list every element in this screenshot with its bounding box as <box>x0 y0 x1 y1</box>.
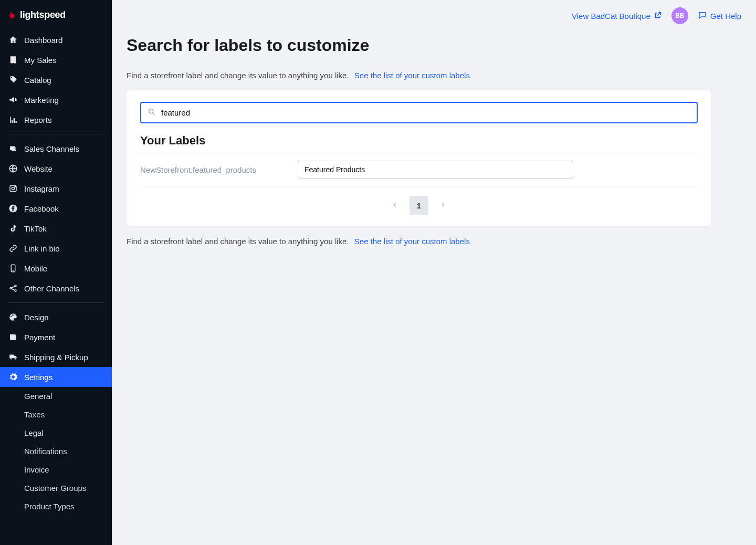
nav-reports[interactable]: Reports <box>0 110 112 130</box>
nav-label: Marketing <box>24 96 59 104</box>
nav-label: Shipping & Pickup <box>24 353 88 362</box>
nav-design[interactable]: Design <box>0 307 112 327</box>
sidebar: lightspeed Dashboard My Sales Catalog Ma… <box>0 0 112 545</box>
nav-label: Sales Channels <box>24 144 79 153</box>
hint-text: Find a storefront label and change its v… <box>127 237 349 246</box>
chevron-left-icon <box>391 201 398 210</box>
nav-instagram[interactable]: Instagram <box>0 179 112 198</box>
nav-my-sales[interactable]: My Sales <box>0 50 112 70</box>
nav-label: TikTok <box>24 224 47 233</box>
nav-sales-channels[interactable]: Sales Channels <box>0 139 112 159</box>
nav-divider <box>8 134 103 134</box>
nav-marketing[interactable]: Marketing <box>0 90 112 110</box>
nav-mobile[interactable]: Mobile <box>0 258 112 278</box>
external-link-icon <box>654 11 662 21</box>
nav-facebook[interactable]: Facebook <box>0 198 112 218</box>
globe-icon <box>8 164 18 173</box>
brand-name: lightspeed <box>20 9 66 20</box>
settings-subnav: General Taxes Legal Notifications Invoic… <box>0 387 112 516</box>
nav-tiktok[interactable]: TikTok <box>0 218 112 238</box>
custom-labels-link[interactable]: See the list of your custom labels <box>354 71 470 80</box>
flame-icon <box>7 11 17 20</box>
gear-icon <box>8 372 18 382</box>
nav-label: Payment <box>24 333 55 342</box>
nav-primary: Dashboard My Sales Catalog Marketing Rep… <box>0 30 112 387</box>
search-wrap <box>140 102 698 123</box>
nav-shipping[interactable]: Shipping & Pickup <box>0 347 112 367</box>
nav-website[interactable]: Website <box>0 159 112 179</box>
nav-divider <box>8 302 103 303</box>
label-row: NewStorefront.featured_products <box>140 153 698 186</box>
labels-card: Your Labels NewStorefront.featured_produ… <box>127 90 711 226</box>
nav-label: Facebook <box>24 204 59 213</box>
svg-point-6 <box>10 288 12 289</box>
subnav-taxes[interactable]: Taxes <box>0 405 112 424</box>
subnav-invoice[interactable]: Invoice <box>0 460 112 479</box>
get-help-label: Get Help <box>710 12 741 20</box>
get-help-link[interactable]: Get Help <box>698 11 741 22</box>
nav-label: Design <box>24 313 49 322</box>
topbar: View BadCat Boutique BB Get Help <box>112 0 756 29</box>
user-avatar[interactable]: BB <box>671 7 688 24</box>
mobile-icon <box>8 264 18 273</box>
nav-label: Other Channels <box>24 284 79 293</box>
brand-logo[interactable]: lightspeed <box>0 0 112 30</box>
nav-link-in-bio[interactable]: Link in bio <box>0 238 112 258</box>
subnav-product-types[interactable]: Product Types <box>0 497 112 516</box>
nav-label: My Sales <box>24 56 57 65</box>
subnav-customer-groups[interactable]: Customer Groups <box>0 479 112 497</box>
page-current[interactable]: 1 <box>410 196 428 215</box>
view-store-link[interactable]: View BadCat Boutique <box>572 11 662 21</box>
chevron-right-icon <box>439 201 447 210</box>
search-input[interactable] <box>140 102 698 123</box>
nav-label: Link in bio <box>24 244 60 253</box>
layers-icon <box>8 144 18 153</box>
nav-label: Catalog <box>24 76 51 85</box>
megaphone-icon <box>8 95 18 104</box>
content: Search for labels to customize Find a st… <box>112 29 726 267</box>
section-title: Your Labels <box>140 134 698 148</box>
nav-label: Website <box>24 164 52 173</box>
wallet-icon <box>8 332 18 342</box>
nav-dashboard[interactable]: Dashboard <box>0 30 112 50</box>
label-value-input[interactable] <box>298 161 573 179</box>
hint-text: Find a storefront label and change its v… <box>127 71 349 80</box>
nav-label: Mobile <box>24 264 47 273</box>
search-icon <box>148 108 156 118</box>
svg-point-3 <box>15 186 16 187</box>
chat-icon <box>698 11 707 22</box>
page-prev-button[interactable] <box>385 196 404 215</box>
svg-point-8 <box>15 290 16 291</box>
tag-icon <box>8 75 18 85</box>
svg-point-9 <box>149 109 153 113</box>
page-next-button[interactable] <box>434 196 453 215</box>
nav-label: Reports <box>24 116 52 124</box>
nav-settings[interactable]: Settings <box>0 367 112 387</box>
svg-point-2 <box>12 187 14 190</box>
chart-icon <box>8 115 18 124</box>
page-title: Search for labels to customize <box>127 36 711 55</box>
share-icon <box>8 284 18 293</box>
subnav-notifications[interactable]: Notifications <box>0 442 112 460</box>
main: View BadCat Boutique BB Get Help Search … <box>112 0 756 545</box>
nav-label: Instagram <box>24 184 59 193</box>
facebook-icon <box>8 204 18 213</box>
subnav-legal[interactable]: Legal <box>0 424 112 442</box>
palette-icon <box>8 312 18 322</box>
nav-label: Dashboard <box>24 36 62 45</box>
nav-other-channels[interactable]: Other Channels <box>0 278 112 298</box>
label-key: NewStorefront.featured_products <box>140 165 287 174</box>
hint-bottom: Find a storefront label and change its v… <box>127 237 711 246</box>
hint-top: Find a storefront label and change its v… <box>127 71 711 80</box>
nav-payment[interactable]: Payment <box>0 327 112 347</box>
home-icon <box>8 35 18 45</box>
svg-point-7 <box>15 285 16 287</box>
view-store-label: View BadCat Boutique <box>572 12 650 20</box>
truck-icon <box>8 352 18 362</box>
custom-labels-link[interactable]: See the list of your custom labels <box>354 237 470 246</box>
pagination: 1 <box>140 196 698 215</box>
subnav-general[interactable]: General <box>0 387 112 405</box>
nav-catalog[interactable]: Catalog <box>0 70 112 90</box>
link-icon <box>8 244 18 253</box>
nav-label: Settings <box>24 373 52 382</box>
